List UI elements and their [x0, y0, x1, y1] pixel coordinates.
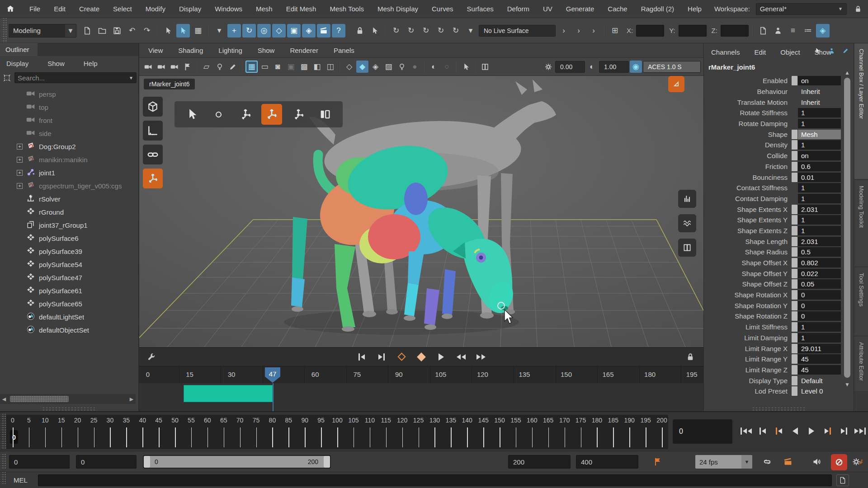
cmdline-grip[interactable] — [1, 472, 6, 484]
tab-tool-settings[interactable]: Tool Settings — [854, 267, 868, 335]
viewport-menu-view[interactable]: View — [147, 45, 164, 56]
channel-value-field[interactable]: 1 — [798, 322, 841, 332]
channel-row-shape-offset-x[interactable]: Shape Offset X0.802 — [707, 258, 841, 268]
relative-move-tool-button[interactable] — [288, 104, 309, 125]
pointer-icon[interactable] — [812, 45, 823, 56]
loop-playback-icon[interactable] — [760, 454, 775, 469]
step-back-key-button[interactable] — [755, 420, 770, 442]
fps-select[interactable]: 24 fps ▼ — [695, 455, 752, 469]
channel-row-limit-damping[interactable]: Limit Damping1 — [707, 333, 841, 343]
use-all-lights-icon[interactable] — [396, 61, 408, 73]
home-icon[interactable] — [5, 3, 16, 15]
channel-value-field[interactable]: 0.6 — [798, 162, 841, 171]
select-hierarchy-icon[interactable] — [161, 24, 175, 38]
selection-mask-caret-icon[interactable]: ▾ — [212, 24, 226, 38]
range-end-handle[interactable] — [324, 456, 330, 468]
angle-limit-tool-button[interactable] — [143, 121, 163, 141]
render-clapper-icon[interactable] — [317, 24, 330, 38]
marker-tool-button-active[interactable] — [143, 169, 163, 188]
outliner-item-front[interactable]: front — [0, 114, 136, 127]
outliner-item-side[interactable]: side — [0, 127, 136, 140]
channel-label[interactable]: Shape Extents X — [707, 206, 792, 213]
tab-attribute-editor[interactable]: Attribute Editor — [854, 337, 868, 391]
node-graph-icon[interactable]: ≔ — [801, 24, 815, 38]
channel-slider-box[interactable] — [792, 247, 797, 257]
snap-point-icon[interactable]: ◎ — [257, 24, 271, 38]
outliner-item-dog-group2[interactable]: +Dog:Group2 — [0, 140, 136, 153]
play-backwards-button[interactable] — [788, 420, 802, 442]
channel-row-contact-damping[interactable]: Contact Damping1 — [707, 194, 841, 204]
channel-value-field[interactable]: Inherit — [798, 98, 841, 107]
channel-slider-box[interactable] — [792, 140, 797, 150]
gamma-field[interactable]: 1.00 — [599, 61, 629, 73]
panel-resize-handle[interactable] — [752, 407, 806, 410]
outliner-item-joint1[interactable]: +joint1 — [0, 166, 136, 179]
play-button[interactable] — [434, 350, 448, 364]
smooth-shade-icon[interactable]: ◆ — [356, 61, 368, 73]
channel-slider-box[interactable] — [792, 151, 797, 160]
range-start-handle[interactable] — [144, 456, 150, 468]
output-connections-icon[interactable]: ↻ — [404, 24, 418, 38]
channel-row-rotate-stiffness[interactable]: Rotate Stiffness1 — [707, 108, 841, 118]
channel-value-field[interactable]: 2.031 — [798, 237, 841, 246]
channel-label[interactable]: Limit Stiffness — [707, 323, 792, 331]
channel-slider-box[interactable] — [792, 365, 797, 375]
channel-label[interactable]: Shape Offset X — [707, 259, 792, 267]
next-key-button[interactable] — [375, 350, 388, 364]
shadows-icon[interactable]: ● — [409, 61, 421, 73]
animation-ruler[interactable]: 0153060759010512013515016518019547 — [139, 366, 703, 383]
channel-row-shape-radius[interactable]: Shape Radius0.5 — [707, 247, 841, 257]
toolbar-grip[interactable] — [2, 18, 7, 43]
channel-value-field[interactable]: 1 — [798, 194, 841, 203]
outliner-item-polysurface61[interactable]: polySurface61 — [0, 284, 136, 297]
annotate-pencil-icon[interactable] — [226, 61, 239, 73]
channel-row-contact-stiffness[interactable]: Contact Stiffness1 — [707, 183, 841, 193]
z-coordinate-field[interactable] — [721, 25, 749, 37]
channel-row-shape-rotation-y[interactable]: Shape Rotation Y0 — [707, 300, 841, 310]
channel-label[interactable]: Bounciness — [707, 174, 792, 181]
bookmark-add-icon[interactable] — [650, 454, 665, 469]
viewport-menu-shading[interactable]: Shading — [177, 45, 204, 56]
perspective-camera-icon[interactable] — [142, 61, 154, 73]
exposure-field[interactable]: 0.00 — [555, 61, 585, 73]
channel-label[interactable]: Limit Damping — [707, 334, 792, 342]
select-component-icon[interactable]: ▦ — [191, 24, 205, 38]
lock-timeline-icon[interactable] — [684, 350, 697, 364]
book-panel-button[interactable] — [678, 239, 696, 257]
select-object-icon[interactable] — [176, 24, 190, 38]
live-surface-field[interactable]: No Live Surface — [479, 25, 556, 37]
playback-end-field[interactable]: 200 — [508, 455, 571, 469]
channel-slider-box[interactable] — [792, 279, 797, 289]
marker-pair-tool-button[interactable] — [315, 104, 335, 125]
animation-start-field[interactable]: 0 — [9, 455, 70, 469]
y-coordinate-field[interactable] — [679, 25, 707, 37]
channel-label[interactable]: Shape Offset Y — [707, 270, 792, 277]
light-editor-icon[interactable] — [213, 61, 226, 73]
scroll-left-icon[interactable]: ◀ — [0, 396, 8, 402]
channel-row-collide[interactable]: Collideon — [707, 151, 841, 161]
channel-value-field[interactable]: 1 — [798, 140, 841, 150]
channel-slider-box[interactable] — [792, 344, 797, 353]
menu-select[interactable]: Select — [112, 4, 133, 14]
range-slider-bar[interactable]: 0 200 — [144, 456, 330, 468]
channel-label[interactable]: Density — [707, 141, 792, 149]
viewport-menu-lighting[interactable]: Lighting — [217, 45, 243, 56]
menu-set-select[interactable]: Modeling ▼ — [9, 24, 76, 38]
channel-value-field[interactable]: 1 — [798, 333, 841, 343]
channel-value-field[interactable]: Level 0 — [798, 386, 841, 396]
outliner-menu-display[interactable]: Display — [5, 58, 29, 69]
make-live-icon[interactable]: ◈ — [302, 24, 316, 38]
snap-view-plane-icon[interactable]: ▣ — [287, 24, 301, 38]
menu-mesh[interactable]: Mesh — [255, 4, 274, 14]
previous-key-button[interactable] — [355, 350, 368, 364]
channel-slider-box[interactable] — [792, 386, 797, 396]
character-icon[interactable] — [826, 45, 837, 56]
select-tool-button[interactable] — [182, 104, 203, 125]
filter-icon[interactable] — [2, 73, 12, 83]
channel-row-limit-range-x[interactable]: Limit Range X29.011 — [707, 343, 841, 353]
channel-slider-box[interactable] — [792, 237, 797, 246]
x-coordinate-field[interactable] — [636, 25, 664, 37]
view-bookmark-icon[interactable] — [181, 61, 193, 73]
channel-label[interactable]: Shape Rotation Z — [707, 312, 792, 320]
channel-value-field[interactable]: 1 — [798, 183, 841, 192]
